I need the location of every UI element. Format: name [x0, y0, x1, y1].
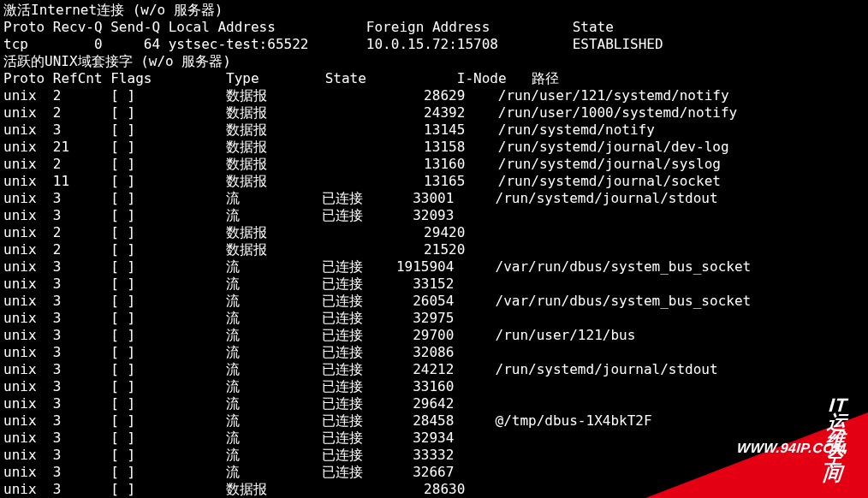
unix-row: unix 2 [ ] 数据报 24392 /run/user/1000/syst…: [3, 104, 865, 122]
unix-row: unix 3 [ ] 流 已连接 33152: [3, 276, 865, 293]
unix-header: Proto RefCnt Flags Type State I-Node 路径: [3, 70, 865, 87]
unix-title: 活跃的UNIX域套接字 (w/o 服务器): [3, 53, 865, 70]
unix-row: unix 11 [ ] 数据报 13165 /run/systemd/journ…: [3, 173, 865, 190]
unix-row: unix 3 [ ] 流 已连接 32093: [3, 207, 865, 224]
unix-row: unix 2 [ ] 数据报 28629 /run/user/121/syste…: [3, 87, 865, 104]
inet-row: tcp 0 64 ystsec-test:65522 10.0.15.72:15…: [3, 36, 865, 53]
unix-row: unix 3 [ ] 流 已连接 32667: [3, 464, 865, 481]
terminal-output: 激活Internet连接 (w/o 服务器)Proto Recv-Q Send-…: [0, 0, 868, 498]
unix-row: unix 3 [ ] 流 已连接 32975: [3, 310, 865, 327]
unix-row: unix 2 [ ] 数据报 29420: [3, 224, 865, 241]
unix-row: unix 3 [ ] 流 已连接 33160: [3, 378, 865, 395]
unix-row: unix 3 [ ] 数据报 13145 /run/systemd/notify: [3, 122, 865, 139]
unix-row: unix 3 [ ] 流 已连接 24212 /run/systemd/jour…: [3, 361, 865, 378]
unix-row: unix 3 [ ] 流 已连接 29700 /run/user/121/bus: [3, 327, 865, 344]
inet-title: 激活Internet连接 (w/o 服务器): [3, 2, 865, 19]
unix-row: unix 3 [ ] 流 已连接 33332: [3, 447, 865, 464]
unix-row: unix 3 [ ] 流 已连接 28458 @/tmp/dbus-1X4bkT…: [3, 412, 865, 430]
unix-row: unix 21 [ ] 数据报 13158 /run/systemd/journ…: [3, 139, 865, 156]
unix-row: unix 3 [ ] 流 已连接 29642: [3, 395, 865, 412]
unix-row: unix 3 [ ] 数据报 28630: [3, 481, 865, 498]
unix-row: unix 3 [ ] 流 已连接 26054 /var/run/dbus/sys…: [3, 293, 865, 310]
unix-row: unix 2 [ ] 数据报 13160 /run/systemd/journa…: [3, 156, 865, 173]
inet-header: Proto Recv-Q Send-Q Local Address Foreig…: [3, 19, 865, 36]
unix-row: unix 3 [ ] 流 已连接 32934: [3, 430, 865, 447]
unix-row: unix 3 [ ] 流 已连接 32086: [3, 344, 865, 361]
unix-row: unix 2 [ ] 数据报 21520: [3, 241, 865, 258]
unix-row: unix 3 [ ] 流 已连接 33001 /run/systemd/jour…: [3, 190, 865, 207]
unix-row: unix 3 [ ] 流 已连接 1915904 /var/run/dbus/s…: [3, 258, 865, 276]
